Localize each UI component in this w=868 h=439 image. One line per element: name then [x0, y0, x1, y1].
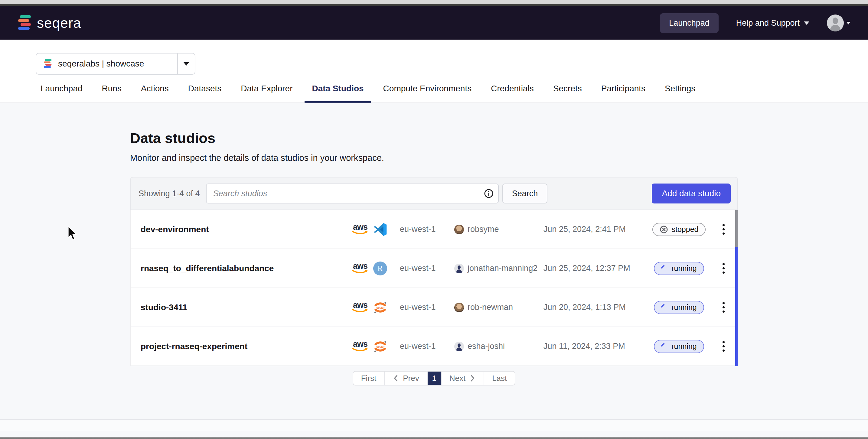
seqera-logo-icon	[18, 14, 33, 31]
vscode-icon	[373, 222, 387, 237]
pagination-next[interactable]: Next	[441, 372, 484, 385]
region-label: eu-west-1	[394, 264, 454, 273]
chevron-left-icon	[393, 374, 399, 382]
user-menu[interactable]	[827, 14, 850, 31]
studios-card: Showing 1-4 of 4 Search Add data studio	[130, 177, 738, 385]
tab-datasets[interactable]: Datasets	[181, 84, 229, 103]
tab-secrets[interactable]: Secrets	[546, 84, 589, 103]
help-and-support-menu[interactable]: Help and Support	[736, 19, 809, 28]
tab-data-studios[interactable]: Data Studios	[305, 84, 371, 103]
studios-toolbar: Showing 1-4 of 4 Search Add data studio	[130, 177, 738, 210]
row-menu-button[interactable]	[713, 339, 734, 354]
chevron-right-icon	[469, 374, 476, 382]
row-menu-button[interactable]	[713, 222, 734, 237]
chevron-down-icon	[804, 22, 809, 25]
svg-text:jupyter: jupyter	[376, 306, 385, 309]
tab-data-explorer[interactable]: Data Explorer	[234, 84, 300, 103]
user-name: robsyme	[468, 225, 499, 234]
info-circle-icon	[484, 189, 494, 198]
row-menu-button[interactable]	[713, 300, 734, 315]
scrollbar-thumb[interactable]	[735, 210, 738, 247]
workspace-tabs: Launchpad Runs Actions Datasets Data Exp…	[0, 84, 868, 103]
created-date: Jun 25, 2024, 2:41 PM	[544, 225, 645, 234]
pagination-first[interactable]: First	[353, 372, 384, 385]
svg-text:jupyter: jupyter	[376, 345, 385, 348]
scrollbar-track	[735, 247, 738, 366]
region-label: eu-west-1	[394, 225, 454, 234]
created-date: Jun 20, 2024, 1:13 PM	[544, 303, 645, 312]
stopped-icon	[660, 225, 668, 234]
top-navbar: seqera Launchpad Help and Support	[0, 6, 868, 40]
studio-name[interactable]: studio-3411	[131, 303, 351, 312]
add-data-studio-button[interactable]: Add data studio	[652, 184, 731, 203]
avatar	[827, 14, 844, 31]
row-menu-button[interactable]	[713, 261, 734, 276]
jupyter-icon: jupyter	[373, 340, 387, 353]
user-avatar	[454, 225, 464, 234]
region-label: eu-west-1	[394, 303, 454, 312]
pagination-prev[interactable]: Prev	[384, 372, 427, 385]
region-label: eu-west-1	[394, 342, 454, 351]
workspace-selector[interactable]: seqeralabs | showcase	[36, 53, 195, 75]
tab-settings[interactable]: Settings	[657, 84, 703, 103]
tab-launchpad[interactable]: Launchpad	[33, 84, 90, 103]
seqera-brand[interactable]: seqera	[18, 14, 81, 31]
spinner-icon	[660, 303, 669, 312]
tab-compute-environments[interactable]: Compute Environments	[376, 84, 479, 103]
kebab-icon	[720, 300, 727, 315]
help-and-support-label: Help and Support	[736, 19, 800, 28]
kebab-icon	[720, 222, 727, 237]
browser-chrome-bottom	[0, 437, 868, 439]
spinner-icon	[660, 342, 669, 351]
studio-user: robsyme	[454, 225, 544, 234]
launchpad-button[interactable]: Launchpad	[660, 13, 719, 33]
status-badge: stopped	[652, 223, 706, 236]
tab-participants[interactable]: Participants	[594, 84, 653, 103]
pagination: First Prev 1 Next Last	[353, 371, 516, 385]
kebab-icon	[720, 339, 727, 354]
showing-count-label: Showing 1-4 of 4	[138, 189, 200, 198]
workspace-selector-label: seqeralabs | showcase	[58, 59, 144, 69]
pagination-current-page[interactable]: 1	[427, 372, 441, 385]
tab-credentials[interactable]: Credentials	[484, 84, 541, 103]
aws-icon: aws	[351, 223, 369, 236]
chevron-down-icon	[184, 62, 189, 66]
workspace-org-icon	[43, 59, 53, 69]
table-row[interactable]: dev-environment aws	[131, 210, 737, 249]
studio-name[interactable]: rnaseq_to_differentialabundance	[131, 264, 351, 273]
studio-user: rob-newman	[454, 303, 544, 312]
search-info-button[interactable]	[479, 184, 498, 203]
tab-runs[interactable]: Runs	[95, 84, 129, 103]
table-scrollbar[interactable]	[735, 210, 738, 366]
created-date: Jun 25, 2024, 12:37 PM	[544, 264, 645, 273]
studio-name[interactable]: project-rnaseq-experiment	[131, 342, 351, 351]
search-input[interactable]	[207, 184, 479, 203]
search-input-group	[206, 184, 499, 203]
jupyter-icon: jupyter	[373, 301, 387, 314]
created-date: Jun 11, 2024, 2:33 PM	[544, 342, 645, 351]
browser-chrome-strip	[0, 0, 868, 4]
table-row[interactable]: project-rnaseq-experiment aws	[131, 327, 737, 366]
footer-divider	[0, 419, 868, 431]
rstudio-icon: R	[373, 261, 387, 276]
page-subtitle: Monitor and inspect the details of data …	[130, 153, 738, 163]
status-badge: running	[654, 262, 704, 275]
studio-user: esha-joshi	[454, 342, 544, 351]
table-row[interactable]: studio-3411 aws jupyte	[131, 288, 737, 327]
user-avatar-generic	[454, 342, 464, 351]
table-row[interactable]: rnaseq_to_differentialabundance aws R eu…	[131, 249, 737, 288]
browser-chrome-strip-dark	[0, 4, 868, 6]
studio-name[interactable]: dev-environment	[131, 225, 351, 234]
spinner-icon	[660, 264, 669, 273]
aws-icon: aws	[351, 302, 369, 314]
user-name: jonathan-manning2	[468, 264, 537, 273]
pagination-last[interactable]: Last	[484, 372, 515, 385]
workspace-selector-caret[interactable]	[177, 54, 195, 74]
tab-actions[interactable]: Actions	[134, 84, 176, 103]
status-badge: running	[654, 340, 704, 353]
status-badge: running	[654, 301, 704, 314]
user-avatar	[454, 303, 464, 312]
kebab-icon	[720, 261, 727, 276]
user-avatar-generic	[454, 264, 464, 273]
search-button[interactable]: Search	[502, 184, 548, 203]
